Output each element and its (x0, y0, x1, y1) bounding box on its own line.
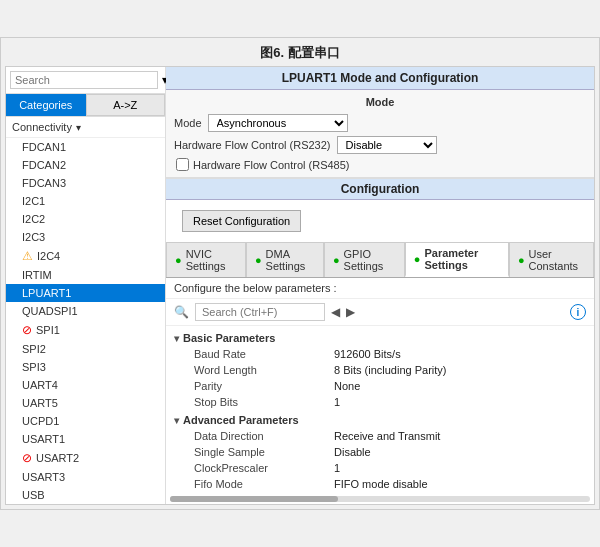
sidebar-item-label: USART2 (36, 452, 79, 464)
sidebar-item[interactable]: ⊘USART2 (6, 448, 165, 468)
tab-categories[interactable]: Categories (6, 94, 86, 116)
sidebar-item-label: FDCAN3 (22, 177, 66, 189)
config-tab-label: NVIC Settings (186, 248, 237, 272)
sidebar-item[interactable]: USB (6, 486, 165, 504)
param-name: Word Length (194, 364, 334, 376)
search-icon: 🔍 (174, 305, 189, 319)
basic-params-header: ▾ Basic Parameters (174, 328, 586, 346)
sidebar-search-bar: ▾ (6, 67, 165, 94)
sidebar-items-list: FDCAN1FDCAN2FDCAN3I2C1I2C2I2C3⚠I2C4IRTIM… (6, 138, 165, 504)
param-name: Fifo Mode (194, 478, 334, 490)
sidebar-item[interactable]: UART4 (6, 376, 165, 394)
params-search-input[interactable] (195, 303, 325, 321)
param-value: None (334, 380, 360, 392)
error-icon: ⊘ (22, 323, 32, 337)
sidebar-item[interactable]: UART5 (6, 394, 165, 412)
param-name: Parity (194, 380, 334, 392)
config-tab-user-constants[interactable]: ●User Constants (509, 242, 594, 277)
hw-flow-rs232-label: Hardware Flow Control (RS232) (174, 139, 331, 151)
param-name: ClockPrescaler (194, 462, 334, 474)
info-icon: i (570, 304, 586, 320)
scrollbar-thumb (170, 496, 338, 502)
mode-label: Mode (174, 117, 202, 129)
config-tab-label: GPIO Settings (344, 248, 396, 272)
param-row: Fifo ModeFIFO mode disable (174, 476, 586, 492)
sidebar-item[interactable]: FDCAN3 (6, 174, 165, 192)
config-tab-nvic-settings[interactable]: ●NVIC Settings (166, 242, 246, 277)
sidebar-item-label: USART1 (22, 433, 65, 445)
sidebar-item-label: I2C2 (22, 213, 45, 225)
sidebar-item-label: I2C3 (22, 231, 45, 243)
hw-flow-rs485-label: Hardware Flow Control (RS485) (193, 159, 350, 171)
reset-config-button[interactable]: Reset Configuration (182, 210, 301, 232)
sidebar-item-label: FDCAN1 (22, 141, 66, 153)
param-row: Stop Bits1 (174, 394, 586, 410)
basic-params-label: Basic Parameters (183, 332, 275, 344)
prev-icon[interactable]: ◀ (331, 305, 340, 319)
error-icon: ⊘ (22, 451, 32, 465)
sidebar-item[interactable]: UCPD1 (6, 412, 165, 430)
chevron-down-icon: ▾ (76, 122, 81, 133)
param-row: Word Length8 Bits (including Parity) (174, 362, 586, 378)
hw-flow-rs485-checkbox[interactable] (176, 158, 189, 171)
params-search-bar: 🔍 ◀ ▶ i (166, 299, 594, 326)
sidebar-item[interactable]: FDCAN1 (6, 138, 165, 156)
sidebar-item-label: UART4 (22, 379, 58, 391)
param-value: 1 (334, 462, 340, 474)
param-value: 8 Bits (including Parity) (334, 364, 447, 376)
config-tab-label: Parameter Settings (424, 247, 499, 271)
arrow-icon: ▾ (174, 333, 179, 344)
sidebar-item-label: SPI2 (22, 343, 46, 355)
sidebar-tabs: Categories A->Z (6, 94, 165, 117)
sidebar-item-label: USB (22, 489, 45, 501)
sidebar-item[interactable]: ⊘SPI1 (6, 320, 165, 340)
sidebar-item-label: USART3 (22, 471, 65, 483)
sidebar-item[interactable]: SPI3 (6, 358, 165, 376)
params-header: Configure the below parameters : (166, 278, 594, 299)
sidebar-item-label: UCPD1 (22, 415, 59, 427)
sidebar-item-label: SPI3 (22, 361, 46, 373)
advanced-params-label: Advanced Parameters (183, 414, 299, 426)
param-row: ClockPrescaler1 (174, 460, 586, 476)
sidebar-item[interactable]: USART3 (6, 468, 165, 486)
sidebar-item-label: IRTIM (22, 269, 52, 281)
sidebar-item[interactable]: USART1 (6, 430, 165, 448)
sidebar-item-label: I2C1 (22, 195, 45, 207)
config-tab-label: User Constants (529, 248, 585, 272)
config-tab-label: DMA Settings (266, 248, 315, 272)
params-table: ▾ Basic Parameters Baud Rate912600 Bits/… (166, 326, 594, 494)
horizontal-scrollbar[interactable] (170, 496, 590, 502)
tab-check-icon: ● (255, 254, 262, 266)
hw-flow-rs232-select[interactable]: Disable (337, 136, 437, 154)
tab-az[interactable]: A->Z (86, 94, 166, 116)
sidebar-item[interactable]: I2C1 (6, 192, 165, 210)
config-tab-parameter-settings[interactable]: ●Parameter Settings (405, 242, 509, 277)
sidebar-item-label: I2C4 (37, 250, 60, 262)
mode-row: Mode Asynchronous (174, 114, 586, 132)
next-icon[interactable]: ▶ (346, 305, 355, 319)
config-tab-gpio-settings[interactable]: ●GPIO Settings (324, 242, 405, 277)
sidebar-section-connectivity[interactable]: Connectivity ▾ (6, 117, 165, 138)
sidebar-item[interactable]: I2C3 (6, 228, 165, 246)
mode-section: Mode Mode Asynchronous Hardware Flow Con… (166, 90, 594, 178)
param-row: Baud Rate912600 Bits/s (174, 346, 586, 362)
mode-select[interactable]: Asynchronous (208, 114, 348, 132)
param-row: Single SampleDisable (174, 444, 586, 460)
connectivity-label: Connectivity (12, 121, 72, 133)
sidebar-item[interactable]: I2C2 (6, 210, 165, 228)
config-tabs-row: ●NVIC Settings●DMA Settings●GPIO Setting… (166, 242, 594, 278)
sidebar-item[interactable]: SPI2 (6, 340, 165, 358)
config-tab-dma-settings[interactable]: ●DMA Settings (246, 242, 324, 277)
sidebar-search-input[interactable] (10, 71, 158, 89)
sidebar-item-label: LPUART1 (22, 287, 71, 299)
hw-flow-rs232-row: Hardware Flow Control (RS232) Disable (174, 136, 586, 154)
sidebar-item[interactable]: LPUART1 (6, 284, 165, 302)
param-value: Disable (334, 446, 371, 458)
config-section-label: Configuration (166, 178, 594, 200)
sidebar-item[interactable]: IRTIM (6, 266, 165, 284)
sidebar-item[interactable]: QUADSPI1 (6, 302, 165, 320)
sidebar-item[interactable]: ⚠I2C4 (6, 246, 165, 266)
warning-icon: ⚠ (22, 249, 33, 263)
tab-check-icon: ● (175, 254, 182, 266)
sidebar-item[interactable]: FDCAN2 (6, 156, 165, 174)
